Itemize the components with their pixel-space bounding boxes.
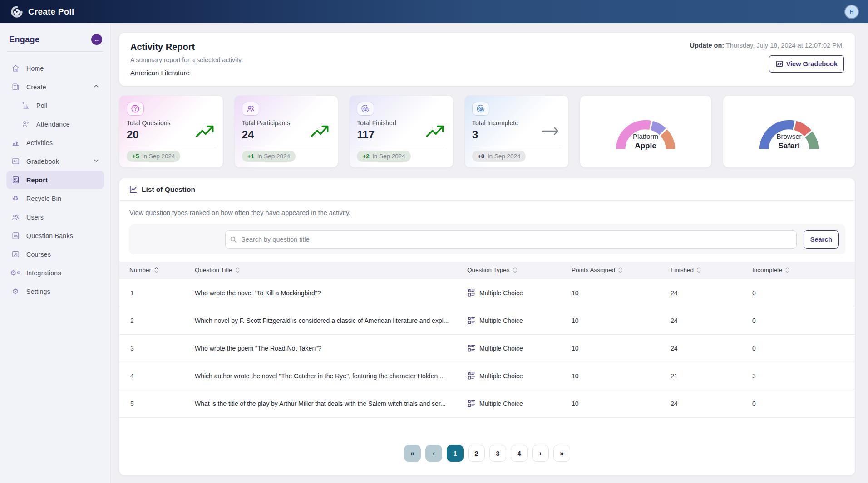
sidebar-item-home[interactable]: Home [6,59,104,78]
sidebar-collapse-button[interactable]: ← [91,34,102,45]
stat-delta-badge: +5 in Sep 2024 [127,151,180,162]
sidebar-divider [7,51,103,52]
chevron-up-icon [93,83,99,91]
nav-label: Poll [36,102,48,109]
trend-up-icon [310,123,330,141]
sidebar-item-settings[interactable]: ⚙ Settings [6,282,104,301]
sidebar-item-question-banks[interactable]: ? Question Banks [6,226,104,245]
cell-points: 10 [568,279,667,307]
sidebar-item-users[interactable]: Users [6,208,104,226]
sort-icon[interactable] [513,266,518,274]
trend-up-icon [195,123,216,141]
view-gradebook-button[interactable]: View Gradebook [769,55,844,73]
users-icon [11,213,20,222]
column-header-number[interactable]: Number [119,262,191,279]
delta-value: +5 [132,153,139,160]
browser-gauge-chart: Browser Safari [748,108,830,155]
svg-text:?: ? [16,236,18,239]
sidebar-item-activities[interactable]: Activities [6,133,104,152]
sort-icon[interactable] [235,266,240,274]
column-header-points-assigned[interactable]: Points Assigned [568,262,667,279]
sidebar-item-attendance[interactable]: Attendance [6,115,104,133]
cell-question-type: Multiple Choice [464,390,568,417]
cell-question-type: Multiple Choice [464,279,568,307]
nav-label: Courses [26,251,51,258]
nav-label: Settings [26,288,50,295]
report-icon [11,176,20,185]
column-header-finished[interactable]: Finished [667,262,749,279]
sidebar-item-courses[interactable]: Courses [6,245,104,263]
table-row[interactable]: 3 Who wrote the poem "The Road Not Taken… [119,334,855,362]
browser-gauge-card: Browser Safari [723,95,855,168]
table-row[interactable]: 2 Which novel by F. Scott Fitzgerald is … [119,307,855,334]
sort-icon[interactable] [785,266,790,274]
sidebar-item-recycle-bin[interactable]: ♻ Recycle Bin [6,189,104,208]
search-button[interactable]: Search [804,230,839,249]
column-header-question-types[interactable]: Question Types [464,262,568,279]
user-avatar[interactable]: H [845,5,858,18]
delta-value: +2 [362,153,369,160]
cell-points: 10 [568,334,667,362]
app-logo-icon [10,5,24,19]
gauge-value: Safari [779,141,800,150]
arrow-right-icon [540,123,561,141]
pagination-page-4[interactable]: 4 [511,445,528,462]
update-timestamp: Update on: Thursday, July 18, 2024 at 12… [690,42,844,49]
table-row[interactable]: 5 What is the title of the play by Arthu… [119,390,855,417]
gauge-title: Browser [777,132,802,140]
cell-finished: 24 [667,390,749,417]
question-type-label: Multiple Choice [479,345,523,352]
sidebar-item-create[interactable]: Create [6,78,104,96]
home-icon [11,64,20,73]
sidebar-item-poll[interactable]: Poll [6,96,104,115]
pagination-page-3[interactable]: 3 [489,445,506,462]
cell-incomplete: 0 [749,307,855,334]
delta-period: in Sep 2024 [373,153,405,160]
cell-number: 3 [119,334,191,362]
search-input[interactable] [225,230,797,249]
cell-number: 4 [119,362,191,390]
sort-icon[interactable] [696,266,701,274]
section-title: List of Question [142,185,195,194]
activities-icon [11,138,20,147]
stat-card-total-incomplete: Total Incomplete 3 +0 in Sep 2024 [464,95,569,168]
cell-finished: 21 [667,362,749,390]
sort-icon[interactable] [618,266,623,274]
update-label: Update on: [690,42,724,49]
pagination-last-button[interactable]: » [553,445,570,462]
question-table: Number Question Title Question Types Poi… [119,262,855,418]
stat-card-total-participants: Total Participants 24 +1 in Sep 2024 [234,95,339,168]
line-chart-icon [129,185,138,194]
cell-incomplete: 0 [749,334,855,362]
pagination-prev-button[interactable]: ‹ [425,445,442,462]
cell-incomplete: 3 [749,362,855,390]
table-row[interactable]: 1 Who wrote the novel "To Kill a Mocking… [119,279,855,307]
pagination-next-button[interactable]: › [532,445,549,462]
attendance-icon [21,120,30,129]
app-header: Create Poll H [0,0,868,23]
sort-icon[interactable] [154,266,159,274]
stat-label: Total Participants [242,119,291,127]
nav-label: Home [26,65,44,72]
nav-label: Integrations [26,269,61,277]
activity-name: American Literature [130,69,243,77]
gradebook-a-plus-icon [775,60,784,68]
pagination-page-2[interactable]: 2 [468,445,485,462]
pagination-page-1[interactable]: 1 [447,445,464,462]
stat-delta-badge: +2 in Sep 2024 [357,151,410,162]
table-row[interactable]: 4 Which author wrote the novel "The Catc… [119,362,855,390]
nav-label: Gradebook [26,158,59,165]
cell-question-title: Who wrote the novel "To Kill a Mockingbi… [191,279,464,307]
column-header-incomplete[interactable]: Incomplete [749,262,855,279]
multiple-choice-icon [467,288,476,297]
nav-label: Report [26,176,48,184]
pagination-first-button[interactable]: « [404,445,421,462]
cell-points: 10 [568,390,667,417]
sidebar-item-report[interactable]: Report [6,171,104,189]
column-header-question-title[interactable]: Question Title [191,262,464,279]
pagination: « ‹ 1 2 3 4 › » [119,433,855,462]
view-gradebook-label: View Gradebook [786,60,838,68]
sidebar-item-gradebook[interactable]: A+ Gradebook [6,152,104,171]
sidebar-item-integrations[interactable]: ⚙⚙ Integrations [6,263,104,282]
poll-icon [21,101,30,110]
